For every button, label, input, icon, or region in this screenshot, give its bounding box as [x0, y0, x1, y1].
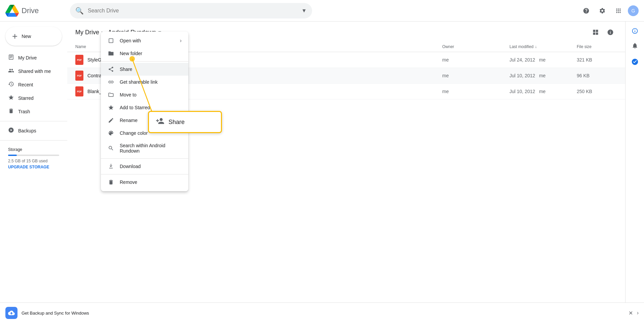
menu-divider-1	[101, 61, 188, 62]
new-folder-label: New folder	[120, 51, 182, 56]
remove-label: Remove	[120, 179, 182, 185]
menu-item-remove[interactable]: Remove	[101, 176, 188, 189]
add-to-starred-label: Add to Starred	[120, 105, 182, 110]
menu-divider-2	[101, 158, 188, 159]
remove-icon	[108, 179, 114, 185]
download-label: Download	[120, 164, 182, 169]
new-folder-icon	[108, 50, 114, 56]
share-icon	[108, 66, 114, 72]
menu-divider-3	[101, 174, 188, 174]
menu-item-move-to[interactable]: Move to	[101, 88, 188, 101]
color-icon	[108, 130, 114, 136]
menu-item-search-within[interactable]: Search within Android Rundown	[101, 139, 188, 157]
menu-item-open-with[interactable]: Open with ›	[101, 34, 188, 47]
move-to-label: Move to	[120, 92, 182, 97]
link-icon	[108, 79, 114, 85]
move-to-icon	[108, 92, 114, 98]
menu-item-download[interactable]: Download	[101, 160, 188, 173]
open-with-icon	[108, 38, 114, 44]
menu-item-share[interactable]: Share	[101, 63, 188, 76]
context-menu-overlay[interactable]	[0, 0, 644, 323]
download-icon	[108, 163, 114, 169]
share-label: Share	[120, 67, 182, 72]
search-within-icon	[108, 145, 114, 151]
star-icon	[108, 105, 114, 111]
search-within-label: Search within Android Rundown	[120, 143, 182, 154]
open-with-label: Open with	[120, 38, 175, 43]
share-tooltip-icon	[156, 117, 164, 127]
share-tooltip: Share	[148, 111, 222, 133]
get-shareable-link-label: Get shareable link	[120, 79, 182, 85]
menu-item-new-folder[interactable]: New folder	[101, 47, 188, 60]
rename-icon	[108, 117, 114, 123]
menu-item-get-shareable-link[interactable]: Get shareable link	[101, 76, 188, 88]
share-tooltip-label: Share	[168, 119, 185, 126]
open-with-arrow-icon: ›	[180, 38, 182, 44]
